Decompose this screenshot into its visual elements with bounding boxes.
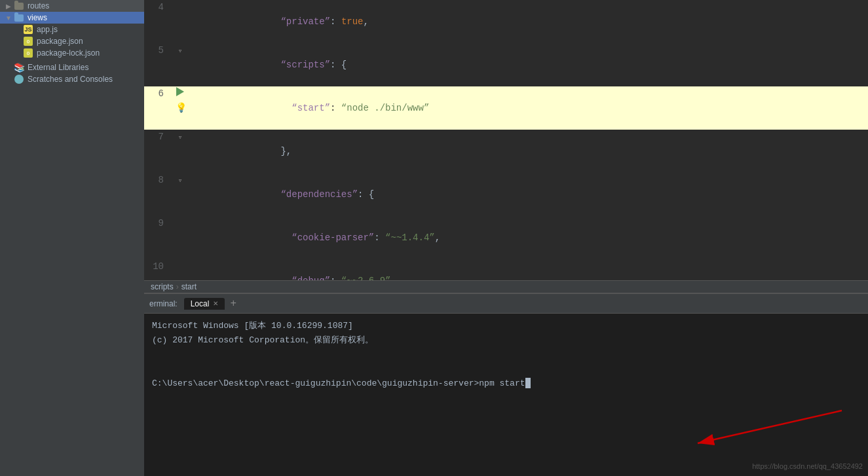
sidebar-label-appjs: app.js — [37, 25, 58, 34]
code-content[interactable]: 4 “private”: true, 5 ▿ “scripts — [144, 0, 868, 280]
sidebar-label-extlibs: External Libraries — [28, 63, 88, 72]
folder-icon-routes — [13, 1, 25, 10]
terminal-line-1: Microsoft Windows [版本 10.0.16299.1087] — [152, 319, 860, 333]
terminal-area: erminal: Local ✕ + Microsoft Windows [版本… — [144, 293, 868, 476]
code-line-7: 7 ▿ }, — [144, 130, 868, 173]
code-line-9: 9 “cookie-parser”: “~~1.4.4”, — [144, 216, 868, 259]
line-num-8: 8 — [144, 173, 170, 216]
sidebar-item-scratches[interactable]: Scratches and Consoles — [0, 73, 144, 85]
arrow-routes: ▶ — [4, 3, 13, 10]
line-gutter-6: 💡 — [170, 86, 190, 130]
fold-btn-7[interactable]: ▿ — [178, 134, 183, 141]
watermark: https://blog.csdn.net/qq_43652492 — [752, 459, 863, 473]
line-code-10: “debug”: “~~2.6.9”, — [190, 259, 868, 280]
line-num-6: 6 — [144, 86, 170, 130]
line-gutter-10 — [170, 259, 190, 280]
breadcrumb-scripts[interactable]: scripts — [151, 282, 174, 291]
arrow-views: ▼ — [4, 14, 13, 22]
line-gutter-8: ▿ — [170, 173, 190, 216]
breadcrumb-start[interactable]: start — [181, 282, 197, 291]
sidebar-item-views[interactable]: ▼ views — [0, 12, 144, 24]
sidebar-item-extlibs[interactable]: 📚 External Libraries — [0, 62, 144, 73]
sidebar-item-routes[interactable]: ▶ routes — [0, 0, 144, 12]
code-line-10: 10 “debug”: “~~2.6.9”, — [144, 259, 868, 280]
sidebar-label-scratches: Scratches and Consoles — [28, 75, 113, 84]
fold-btn-8[interactable]: ▿ — [178, 177, 183, 185]
bulb-icon: 💡 — [176, 103, 187, 113]
code-line-6: 6 💡 “start”: “node ./bin/www” — [144, 86, 868, 130]
cursor — [525, 378, 531, 388]
line-code-6: “start”: “node ./bin/www” — [190, 86, 868, 130]
sidebar: ▶ routes ▼ views JS app.js {} — [0, 0, 144, 476]
sidebar-label-packagejson: package.json — [37, 37, 83, 46]
line-num-5: 5 — [144, 43, 170, 86]
line-num-7: 7 — [144, 130, 170, 173]
breadcrumb-sep: › — [176, 282, 179, 291]
sidebar-item-packagejson[interactable]: {} package.json — [0, 35, 144, 47]
line-code-8: “dependencies”: { — [190, 173, 868, 216]
js-icon-appjs: JS — [22, 25, 34, 34]
line-num-9: 9 — [144, 216, 170, 259]
breadcrumb-bar: scripts › start — [144, 280, 868, 293]
folder-icon-views — [13, 13, 25, 22]
line-code-9: “cookie-parser”: “~~1.4.4”, — [190, 216, 868, 259]
terminal-tabs: erminal: Local ✕ + — [144, 294, 868, 314]
line-num-4: 4 — [144, 0, 170, 43]
main-area: ▶ routes ▼ views JS app.js {} — [0, 0, 868, 476]
code-line-4: 4 “private”: true, — [144, 0, 868, 43]
line-code-4: “private”: true, — [190, 0, 868, 43]
terminal-line-2: (c) 2017 Microsoft Corporation。保留所有权利。 — [152, 333, 860, 348]
tab-close-local[interactable]: ✕ — [213, 300, 218, 307]
svg-line-1 — [698, 411, 842, 443]
terminal-label: erminal: — [149, 299, 181, 308]
json-icon-packagejson: {} — [22, 37, 34, 46]
code-line-8: 8 ▿ “dependencies”: { — [144, 173, 868, 216]
terminal-tab-local[interactable]: Local ✕ — [184, 298, 225, 310]
terminal-tab-local-label: Local — [191, 299, 210, 308]
scratches-icon — [13, 75, 25, 84]
editor-area: 4 “private”: true, 5 ▿ “scripts — [144, 0, 868, 476]
code-line-5: 5 ▿ “scripts”: { — [144, 43, 868, 86]
line-num-10: 10 — [144, 259, 170, 280]
line-gutter-4 — [170, 0, 190, 43]
play-button[interactable] — [176, 87, 184, 96]
sidebar-label-views: views — [28, 13, 47, 22]
fold-btn-5[interactable]: ▿ — [178, 47, 183, 55]
code-table: 4 “private”: true, 5 ▿ “scripts — [144, 0, 868, 280]
line-gutter-9 — [170, 216, 190, 259]
line-gutter-5: ▿ — [170, 43, 190, 86]
line-code-7: }, — [190, 130, 868, 173]
terminal-line-5: C:\Users\acer\Desktop\react-guiguzhipin\… — [152, 376, 860, 391]
terminal-line-3 — [152, 348, 860, 362]
terminal-line-4 — [152, 362, 860, 376]
sidebar-item-packagelockjson[interactable]: {} package-lock.json — [0, 47, 144, 59]
extlib-icon: 📚 — [13, 63, 25, 72]
line-gutter-7: ▿ — [170, 130, 190, 173]
tab-add-button[interactable]: + — [227, 298, 239, 310]
terminal-content[interactable]: Microsoft Windows [版本 10.0.16299.1087] (… — [144, 314, 868, 476]
sidebar-item-appjs[interactable]: JS app.js — [0, 24, 144, 35]
line-code-5: “scripts”: { — [190, 43, 868, 86]
arrow-annotation — [658, 397, 855, 463]
sidebar-label-packagelockjson: package-lock.json — [37, 48, 100, 58]
json-icon-packagelockjson: {} — [22, 48, 34, 58]
sidebar-label-routes: routes — [28, 1, 49, 10]
